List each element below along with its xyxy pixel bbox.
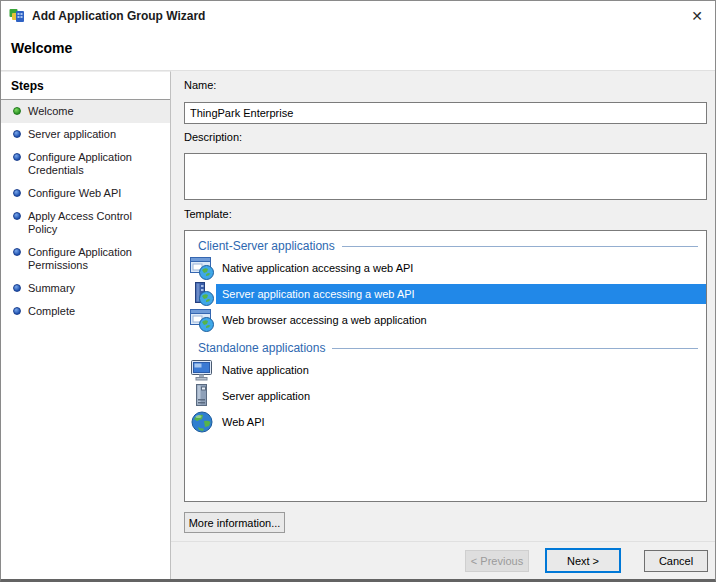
titlebar: Add Application Group Wizard ✕ [1,1,715,31]
step-label: Welcome [28,105,74,118]
wizard-header: Add Application Group Wizard ✕ Welcome [1,1,715,71]
step-label: Configure Application Permissions [28,246,164,272]
step-bullet-icon [13,130,21,138]
step-configure-web-api[interactable]: Configure Web API [1,182,170,205]
template-option-label: Web API [216,412,271,432]
step-bullet-icon [13,189,21,197]
group-header-rule [342,246,698,247]
footer-bar [171,541,715,579]
group-header-rule [332,348,698,349]
group-header-label: Client-Server applications [198,239,335,253]
group-header-standalone: Standalone applications [198,339,698,357]
template-option-native-application[interactable]: Native application [185,357,706,383]
group-header-label: Standalone applications [198,341,325,355]
server-icon [189,383,215,409]
name-label: Name: [184,79,216,91]
step-summary[interactable]: Summary [1,277,170,300]
close-icon[interactable]: ✕ [687,6,707,26]
step-complete[interactable]: Complete [1,300,170,323]
step-bullet-icon [13,212,21,220]
previous-button[interactable]: < Previous [465,550,529,572]
template-listbox: Client-Server applications Native applic… [184,230,707,502]
step-bullet-icon [13,284,21,292]
step-bullet-icon [13,307,21,315]
steps-list: Welcome Server application Configure App… [1,100,170,323]
name-input[interactable] [184,102,707,124]
step-bullet-icon [13,153,21,161]
window-title: Add Application Group Wizard [32,1,205,31]
next-button[interactable]: Next > [545,548,621,573]
template-option-label: Server application [216,386,316,406]
step-label: Configure Web API [28,187,121,200]
step-current-bullet-icon [13,107,21,115]
browser-globe-icon [189,307,215,333]
page-title: Welcome [11,40,72,56]
template-option-label: Native application accessing a web API [216,258,419,278]
description-input[interactable] [184,153,707,200]
adfs-app-icon [9,8,25,24]
step-server-application[interactable]: Server application [1,123,170,146]
template-option-label: Native application [216,360,315,380]
step-label: Configure Application Credentials [28,151,164,177]
step-bullet-icon [13,248,21,256]
steps-header: Steps [1,72,170,100]
globe-icon [189,409,215,435]
step-label: Complete [28,305,75,318]
template-option-label-selected: Server application accessing a web API [216,284,706,304]
description-label: Description: [184,131,242,143]
step-label: Server application [28,128,116,141]
cancel-button[interactable]: Cancel [644,550,708,572]
step-apply-access-control-policy[interactable]: Apply Access Control Policy [1,205,170,241]
template-option-native-app-web-api[interactable]: Native application accessing a web API [185,255,706,281]
more-information-button[interactable]: More information... [184,512,285,533]
add-application-group-wizard-dialog: Add Application Group Wizard ✕ Welcome S… [0,0,716,582]
template-option-web-browser-web-app[interactable]: Web browser accessing a web application [185,307,706,333]
template-option-server-application[interactable]: Server application [185,383,706,409]
step-label: Apply Access Control Policy [28,210,164,236]
template-option-label: Web browser accessing a web application [216,310,433,330]
step-label: Summary [28,282,75,295]
group-header-client-server: Client-Server applications [198,237,698,255]
template-option-web-api[interactable]: Web API [185,409,706,435]
steps-sidebar: Steps Welcome Server application Configu… [1,71,171,579]
step-configure-application-permissions[interactable]: Configure Application Permissions [1,241,170,277]
template-option-server-app-web-api[interactable]: Server application accessing a web API [185,281,706,307]
template-label: Template: [184,208,232,220]
server-globe-icon [189,281,215,307]
window-globe-icon [189,255,215,281]
step-welcome[interactable]: Welcome [1,100,170,123]
step-configure-application-credentials[interactable]: Configure Application Credentials [1,146,170,182]
monitor-icon [189,357,215,383]
